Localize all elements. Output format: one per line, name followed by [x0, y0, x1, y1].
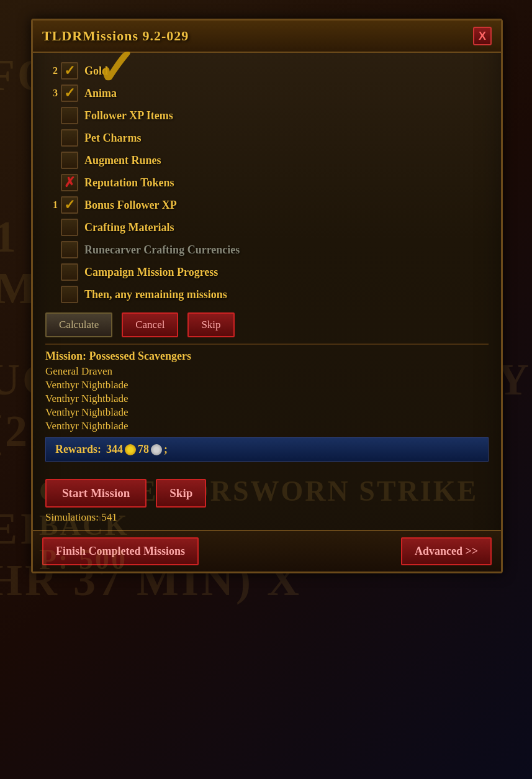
label-follower-xp: Follower XP Items [84, 109, 173, 122]
buttons-row: Calculate Cancel Skip [45, 312, 489, 337]
main-window: TLDRMissions 9.2-029 X 2 ✓ Gold ✓ 3 ✓ [31, 19, 503, 573]
label-augment-runes: Augment Runes [84, 154, 161, 167]
advanced-button[interactable]: Advanced >> [401, 537, 492, 565]
checkbox-campaign-mission[interactable] [61, 263, 78, 281]
finish-completed-button[interactable]: Finish Completed Missions [42, 537, 199, 565]
checkbox-pet-charms[interactable] [61, 129, 78, 147]
cancel-button[interactable]: Cancel [122, 312, 178, 337]
bottom-section: G : The Forsworn Strike Back P: 500 Star… [33, 471, 501, 530]
start-skip-row: Start Mission Skip [45, 479, 489, 508]
checkbox-remaining-missions[interactable] [61, 286, 78, 303]
rewards-label: Rewards: [55, 443, 101, 456]
skip-top-button[interactable]: Skip [187, 312, 234, 337]
rewards-semicolon: ; [164, 443, 168, 456]
row-number-gold: 2 [45, 65, 58, 76]
checkbox-row-augment-runes: Augment Runes [45, 152, 489, 169]
footer-bar: Finish Completed Missions Advanced >> [33, 530, 501, 572]
rewards-gold-amount: 344 [106, 443, 123, 456]
skip-bottom-button[interactable]: Skip [156, 479, 206, 508]
follower-venthyr-1: Venthyr Nightblade [45, 379, 489, 391]
gold-coin-icon [125, 444, 136, 455]
checkbox-gold[interactable]: ✓ [61, 62, 78, 80]
window-title: TLDRMissions 9.2-029 [42, 28, 189, 44]
checkbox-row-follower-xp: Follower XP Items [45, 107, 489, 124]
check-gold-icon: ✓ [64, 64, 75, 78]
start-mission-button[interactable]: Start Mission [45, 479, 147, 508]
follower-venthyr-3: Venthyr Nightblade [45, 406, 489, 419]
row-number-anima: 3 [45, 88, 58, 99]
content-area: 2 ✓ Gold ✓ 3 ✓ Anima Follower XP [33, 53, 501, 471]
rewards-bar: Rewards: 344 78 ; [45, 437, 489, 462]
checkbox-row-crafting-materials: Crafting Materials [45, 219, 489, 236]
silver-coin-icon [151, 444, 162, 455]
content-divider [45, 344, 489, 345]
checkbox-bonus-follower-xp[interactable]: ✓ [61, 196, 78, 214]
label-gold: Gold [84, 65, 108, 78]
checkbox-row-bonus-follower-xp: 1 ✓ Bonus Follower XP [45, 196, 489, 214]
label-campaign-mission: Campaign Mission Progress [84, 266, 218, 279]
checkbox-row-runecarver: Runecarver Crafting Currencies [45, 241, 489, 258]
checkbox-runecarver[interactable] [61, 241, 78, 258]
label-anima: Anima [84, 87, 117, 100]
checkbox-row-gold: 2 ✓ Gold ✓ [45, 62, 489, 80]
rewards-silver-amount: 78 [138, 443, 149, 456]
title-bar: TLDRMissions 9.2-029 X [33, 20, 501, 53]
check-anima-icon: ✓ [64, 86, 75, 100]
checkbox-reputation[interactable]: ✗ [61, 174, 78, 191]
close-button[interactable]: X [473, 27, 492, 45]
mission-info: Mission: Possessed Scavengers General Dr… [45, 350, 489, 432]
label-bonus-follower-xp: Bonus Follower XP [84, 199, 177, 212]
checkbox-row-reputation: ✗ Reputation Tokens [45, 174, 489, 191]
checkbox-follower-xp[interactable] [61, 107, 78, 124]
checkbox-row-anima: 3 ✓ Anima [45, 84, 489, 102]
label-reputation: Reputation Tokens [84, 176, 174, 189]
simulations-label: Simulations: 541 [45, 511, 489, 524]
checkbox-augment-runes[interactable] [61, 152, 78, 169]
checkbox-row-pet-charms: Pet Charms [45, 129, 489, 147]
checkbox-anima[interactable]: ✓ [61, 84, 78, 102]
calculate-button[interactable]: Calculate [45, 312, 112, 337]
checkbox-crafting-materials[interactable] [61, 219, 78, 236]
label-runecarver: Runecarver Crafting Currencies [84, 244, 240, 257]
label-remaining-missions: Then, any remaining missions [84, 288, 227, 301]
follower-venthyr-4: Venthyr Nightblade [45, 420, 489, 432]
check-red-x-icon: ✗ [64, 176, 75, 189]
mission-title: Mission: Possessed Scavengers [45, 350, 489, 363]
label-pet-charms: Pet Charms [84, 132, 141, 145]
label-crafting-materials: Crafting Materials [84, 221, 174, 234]
checkbox-row-campaign-mission: Campaign Mission Progress [45, 263, 489, 281]
follower-venthyr-2: Venthyr Nightblade [45, 393, 489, 405]
follower-general-draven: General Draven [45, 365, 489, 378]
row-number-bonus-follower-xp: 1 [45, 199, 58, 211]
checkbox-row-remaining-missions: Then, any remaining missions [45, 286, 489, 303]
check-bonus-follower-xp-icon: ✓ [64, 198, 75, 212]
